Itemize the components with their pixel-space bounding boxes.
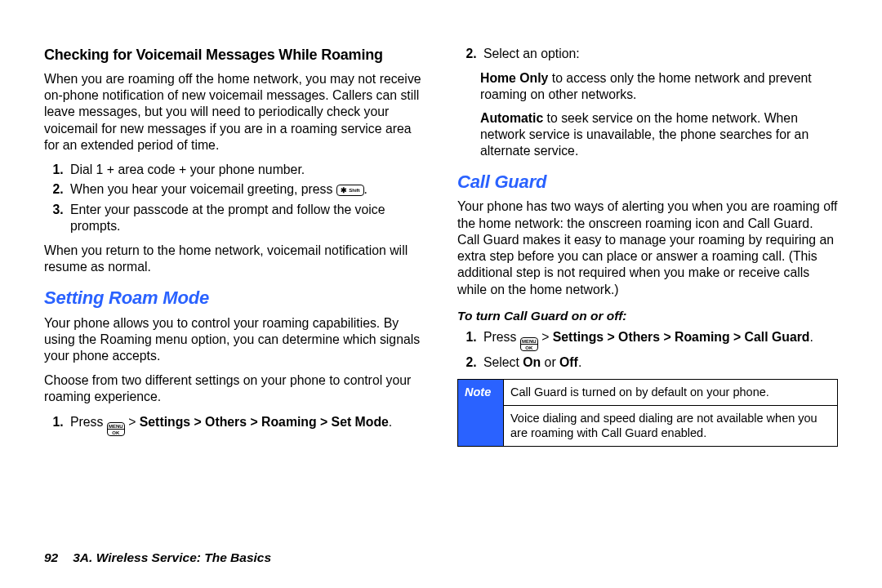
list-voicemail-steps: Dial 1 + area code + your phone number. … [44, 162, 425, 234]
para-roam-1: Your phone allows you to control your ro… [44, 315, 425, 365]
menu-ok-key-icon: MENUOK [107, 422, 125, 436]
manual-page: Checking for Voicemail Messages While Ro… [0, 0, 882, 588]
list-item: Select On or Off. [480, 354, 838, 371]
note-text-2: Voice dialing and speed dialing are not … [504, 405, 838, 446]
list-cg-steps: Press MENUOK > Settings > Others > Roami… [457, 329, 838, 372]
shift-key-icon: ✱ Shift [336, 185, 364, 196]
para-roam-2: Choose from two different settings on yo… [44, 372, 425, 405]
list-item: Enter your passcode at the prompt and fo… [67, 202, 425, 234]
list-roam-steps: Press MENUOK > Settings > Others > Roami… [44, 414, 425, 437]
two-column-layout: Checking for Voicemail Messages While Ro… [44, 46, 838, 536]
note-label: Note [458, 380, 504, 447]
section-title: 3A. Wireless Service: The Basics [73, 550, 271, 564]
list-item: When you hear your voicemail greeting, p… [67, 181, 425, 198]
heading-call-guard: Call Guard [457, 171, 838, 194]
note-text-1: Call Guard is turned on by default on yo… [504, 380, 838, 406]
page-footer: 923A. Wireless Service: The Basics [44, 550, 271, 565]
list-item: Press MENUOK > Settings > Others > Roami… [67, 414, 425, 437]
menu-ok-key-icon: MENUOK [520, 337, 538, 351]
menu-path: Settings > Others > Roaming > Call Guard [553, 330, 810, 344]
list-roam-steps-cont: Select an option: [457, 46, 838, 62]
menu-path: Settings > Others > Roaming > Set Mode [140, 415, 389, 429]
para-call-guard: Your phone has two ways of alerting you … [457, 198, 838, 297]
note-box: Note Call Guard is turned on by default … [457, 379, 838, 447]
list-item: Select an option: [480, 46, 838, 62]
option-automatic: Automatic to seek service on the home ne… [480, 110, 838, 160]
para-resume: When you return to the home network, voi… [44, 243, 425, 275]
option-home-only: Home Only to access only the home networ… [480, 70, 838, 103]
roam-options: Home Only to access only the home networ… [480, 70, 838, 159]
list-item: Dial 1 + area code + your phone number. [67, 162, 425, 178]
heading-setting-roam-mode: Setting Roam Mode [44, 287, 425, 310]
heading-cg-instructions: To turn Call Guard on or off: [457, 308, 838, 324]
right-column: Select an option: Home Only to access on… [457, 46, 838, 536]
left-column: Checking for Voicemail Messages While Ro… [44, 46, 425, 536]
page-number: 92 [44, 550, 58, 564]
list-item: Press MENUOK > Settings > Others > Roami… [480, 329, 838, 352]
heading-voicemail-roaming: Checking for Voicemail Messages While Ro… [44, 46, 425, 65]
para-voicemail-intro: When you are roaming off the home networ… [44, 71, 425, 154]
